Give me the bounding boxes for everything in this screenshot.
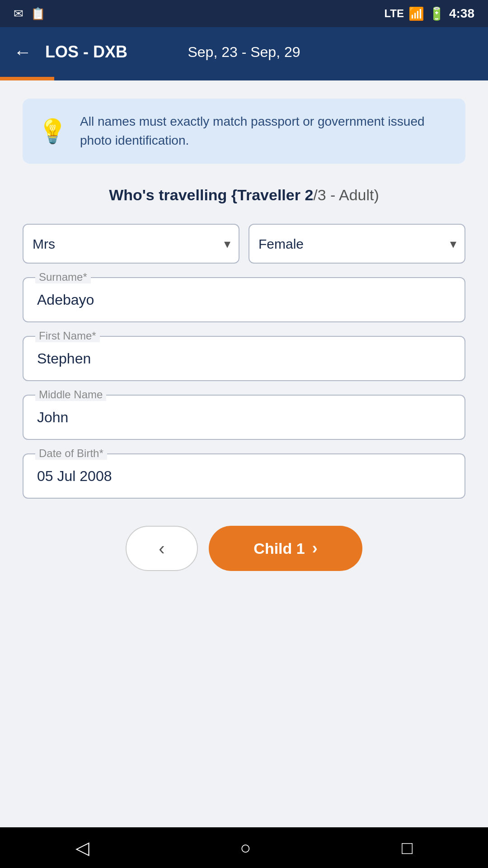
bottom-navigation: ‹ Child 1 › <box>23 526 465 571</box>
gender-dropdown-container[interactable]: Female Male ▾ <box>249 224 465 264</box>
gender-select[interactable]: Female Male <box>249 224 465 264</box>
battery-icon: 🔋 <box>429 6 445 21</box>
title-dropdown-container[interactable]: Mrs Mr Ms Dr ▾ <box>23 224 239 264</box>
lte-label: LTE <box>384 7 404 20</box>
next-chevron-icon: › <box>312 539 318 558</box>
progress-bar-container <box>0 77 488 80</box>
back-button[interactable]: ← <box>14 42 32 62</box>
status-bar: ✉ 📋 LTE 📶 🔋 4:38 <box>0 0 488 27</box>
info-message: All names must exactly match passport or… <box>80 112 450 150</box>
middlename-wrapper: Middle Name <box>23 395 465 440</box>
surname-label: Surname* <box>35 271 91 283</box>
previous-button[interactable]: ‹ <box>126 526 198 571</box>
title-gender-row: Mrs Mr Ms Dr ▾ Female Male ▾ <box>23 224 465 264</box>
dob-label: Date of Birth* <box>35 447 107 460</box>
lightbulb-icon: 💡 <box>38 118 67 145</box>
progress-fill <box>0 77 54 80</box>
main-content: 💡 All names must exactly match passport … <box>0 80 488 827</box>
firstname-input[interactable] <box>23 336 465 381</box>
traveller-heading: Who's travelling {Traveller 2/3 - Adult) <box>23 186 465 204</box>
surname-input[interactable] <box>23 277 465 322</box>
android-home-button[interactable]: ○ <box>240 838 251 858</box>
time-display: 4:38 <box>449 6 474 21</box>
firstname-label: First Name* <box>35 330 100 342</box>
surname-wrapper: Surname* <box>23 277 465 322</box>
middlename-label: Middle Name <box>35 388 106 401</box>
title-select[interactable]: Mrs Mr Ms Dr <box>23 224 239 264</box>
travel-dates: Sep, 23 - Sep, 29 <box>122 44 366 61</box>
android-recent-button[interactable]: □ <box>402 838 413 858</box>
app-header: ← LOS - DXB Sep, 23 - Sep, 29 <box>0 27 488 77</box>
status-bar-left-icons: ✉ 📋 <box>14 7 45 21</box>
route-title: LOS - DXB <box>45 42 127 61</box>
next-button-label: Child 1 <box>253 540 305 557</box>
back-chevron-icon: ‹ <box>159 538 164 559</box>
next-child-button[interactable]: Child 1 › <box>209 526 362 571</box>
middlename-input[interactable] <box>23 395 465 440</box>
email-icon: ✉ <box>14 7 23 21</box>
traveller-number: 2 <box>305 186 313 203</box>
firstname-wrapper: First Name* <box>23 336 465 381</box>
dob-wrapper: Date of Birth* <box>23 453 465 499</box>
android-nav-bar: ◁ ○ □ <box>0 827 488 868</box>
heading-suffix: /3 - Adult) <box>313 186 379 203</box>
status-bar-right-icons: LTE 📶 🔋 4:38 <box>384 6 474 21</box>
dob-input[interactable] <box>23 453 465 499</box>
signal-icon: 📶 <box>408 6 424 21</box>
heading-prefix: Who's travelling {Traveller <box>109 186 305 203</box>
android-back-button[interactable]: ◁ <box>75 837 89 858</box>
info-box: 💡 All names must exactly match passport … <box>23 99 465 164</box>
clipboard-icon: 📋 <box>31 7 45 21</box>
